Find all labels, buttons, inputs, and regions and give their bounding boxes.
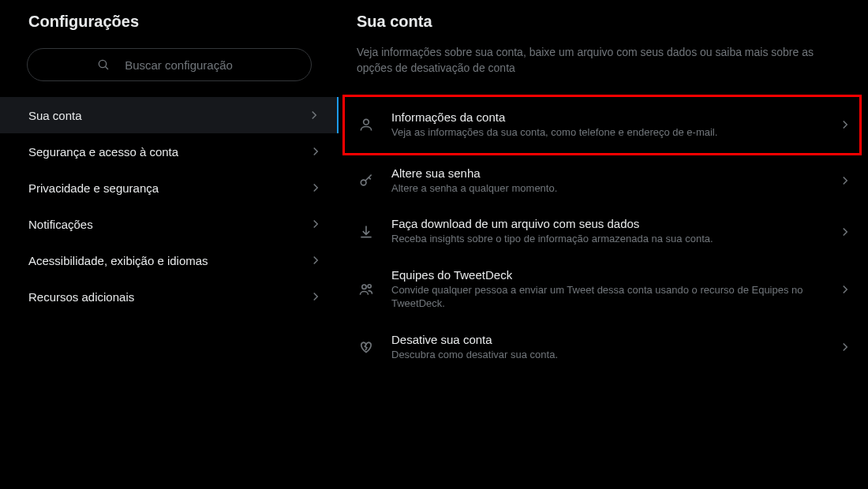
nav-item-notifications[interactable]: Notificações xyxy=(0,206,339,242)
user-icon xyxy=(357,117,376,133)
option-change-password[interactable]: Altere sua senha Altere a senha a qualqu… xyxy=(339,155,868,207)
chevron-right-icon xyxy=(309,289,323,304)
nav-item-additional-resources[interactable]: Recursos adicionais xyxy=(0,278,339,315)
chevron-right-icon xyxy=(838,118,852,132)
chevron-right-icon xyxy=(838,340,852,354)
option-download-data[interactable]: Faça download de um arquivo com seus dad… xyxy=(339,206,868,257)
search-field[interactable] xyxy=(27,48,312,81)
option-subtitle: Descubra como desativar sua conta. xyxy=(391,348,822,362)
people-icon xyxy=(357,282,376,297)
nav-item-label: Segurança e acesso à conta xyxy=(28,145,178,159)
option-subtitle: Veja as informações da sua conta, como t… xyxy=(391,125,822,140)
main-title: Sua conta xyxy=(339,9,868,45)
chevron-right-icon xyxy=(309,181,323,195)
chevron-right-icon xyxy=(838,282,852,297)
search-wrap xyxy=(0,43,339,97)
nav-item-label: Notificações xyxy=(28,218,93,231)
download-icon xyxy=(357,224,376,240)
chevron-right-icon xyxy=(307,108,321,122)
search-icon xyxy=(97,58,110,71)
nav-item-accessibility-display[interactable]: Acessibilidade, exibição e idiomas xyxy=(0,242,339,278)
option-account-info[interactable]: Informações da conta Veja as informações… xyxy=(339,95,868,155)
search-input[interactable] xyxy=(116,58,242,72)
heart-broken-icon xyxy=(357,339,376,355)
svg-point-3 xyxy=(361,180,366,185)
sidebar-title: Configurações xyxy=(0,9,339,43)
option-body: Altere sua senha Altere a senha a qualqu… xyxy=(391,166,822,196)
nav-item-label: Recursos adicionais xyxy=(28,290,134,304)
main-panel: Sua conta Veja informações sobre sua con… xyxy=(339,0,868,489)
chevron-right-icon xyxy=(309,144,323,159)
option-body: Desative sua conta Descubra como desativ… xyxy=(391,333,822,362)
option-title: Equipes do TweetDeck xyxy=(391,268,822,282)
chevron-right-icon xyxy=(309,253,323,267)
key-icon xyxy=(357,173,376,189)
option-body: Faça download de um arquivo com seus dad… xyxy=(391,217,822,246)
svg-point-0 xyxy=(99,60,106,67)
svg-point-4 xyxy=(362,285,366,289)
chevron-right-icon xyxy=(838,174,852,188)
chevron-right-icon xyxy=(309,217,323,231)
chevron-right-icon xyxy=(838,225,852,239)
option-body: Informações da conta Veja as informações… xyxy=(391,110,822,140)
main-description: Veja informações sobre sua conta, baixe … xyxy=(339,45,868,95)
svg-line-1 xyxy=(105,66,108,69)
nav-item-privacy-security[interactable]: Privacidade e segurança xyxy=(0,170,339,206)
option-tweetdeck-teams[interactable]: Equipes do TweetDeck Convide qualquer pe… xyxy=(339,257,868,322)
option-title: Altere sua senha xyxy=(391,166,822,180)
option-subtitle: Convide qualquer pessoa a enviar um Twee… xyxy=(391,283,822,311)
option-body: Equipes do TweetDeck Convide qualquer pe… xyxy=(391,268,822,311)
nav-item-security-access[interactable]: Segurança e acesso à conta xyxy=(0,133,339,170)
option-title: Desative sua conta xyxy=(391,333,822,346)
nav-item-label: Sua conta xyxy=(28,109,82,122)
option-title: Informações da conta xyxy=(391,110,822,124)
nav-item-your-account[interactable]: Sua conta xyxy=(0,97,339,133)
svg-point-5 xyxy=(368,285,371,288)
nav-item-label: Acessibilidade, exibição e idiomas xyxy=(28,254,208,267)
option-subtitle: Receba insights sobre o tipo de informaç… xyxy=(391,232,822,246)
settings-sidebar: Configurações Sua conta Segurança e aces… xyxy=(0,0,339,489)
nav-item-label: Privacidade e segurança xyxy=(28,181,159,195)
option-subtitle: Altere a senha a qualquer momento. xyxy=(391,181,822,196)
svg-point-2 xyxy=(364,120,369,125)
option-title: Faça download de um arquivo com seus dad… xyxy=(391,217,822,230)
option-deactivate-account[interactable]: Desative sua conta Descubra como desativ… xyxy=(339,322,868,373)
